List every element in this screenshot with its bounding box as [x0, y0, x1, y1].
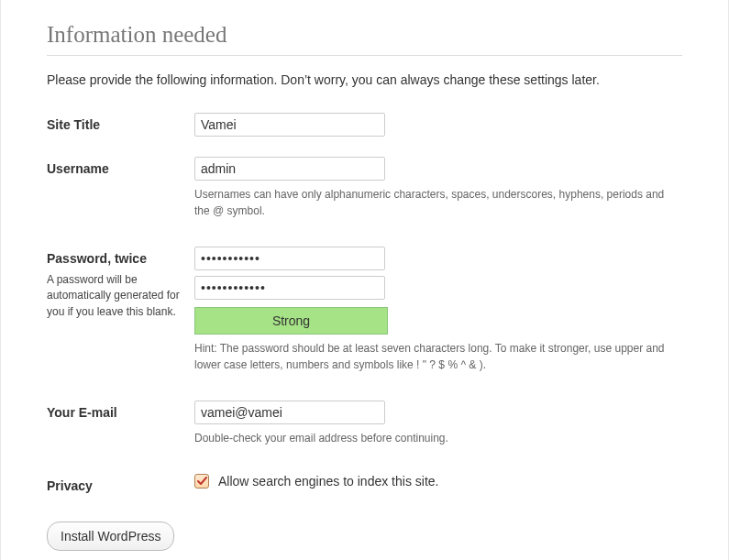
email-input[interactable]: [194, 401, 385, 424]
page-title: Information needed: [47, 0, 682, 56]
privacy-checkbox[interactable]: [194, 474, 209, 489]
site-title-input[interactable]: [194, 113, 385, 137]
email-hint: Double-check your email address before c…: [194, 430, 682, 446]
row-password: Password, twice A password will be autom…: [47, 247, 682, 373]
password-label-hint: A password will be automatically generat…: [47, 272, 194, 320]
row-username: Username Usernames can have only alphanu…: [47, 157, 682, 219]
row-email: Your E-mail Double-check your email addr…: [47, 401, 682, 446]
submit-row: Install WordPress: [47, 522, 682, 551]
privacy-checkbox-label: Allow search engines to index this site.: [218, 474, 438, 489]
row-privacy: Privacy Allow search engines to index th…: [47, 474, 682, 494]
password-hint: Hint: The password should be at least se…: [194, 340, 682, 373]
email-label: Your E-mail: [47, 405, 117, 420]
check-icon: [196, 476, 207, 487]
password-strength-meter: Strong: [194, 307, 388, 335]
username-hint: Usernames can have only alphanumeric cha…: [194, 186, 682, 219]
password-label: Password, twice: [47, 251, 147, 266]
install-button[interactable]: Install WordPress: [47, 522, 174, 551]
password-input-2[interactable]: [194, 276, 385, 300]
row-site-title: Site Title: [47, 113, 682, 137]
install-form: Information needed Please provide the fo…: [0, 0, 729, 560]
username-label: Username: [47, 161, 109, 176]
privacy-label: Privacy: [47, 478, 93, 493]
site-title-label: Site Title: [47, 117, 100, 132]
password-input-1[interactable]: [194, 247, 385, 270]
intro-text: Please provide the following information…: [47, 72, 682, 87]
username-input[interactable]: [194, 157, 385, 181]
